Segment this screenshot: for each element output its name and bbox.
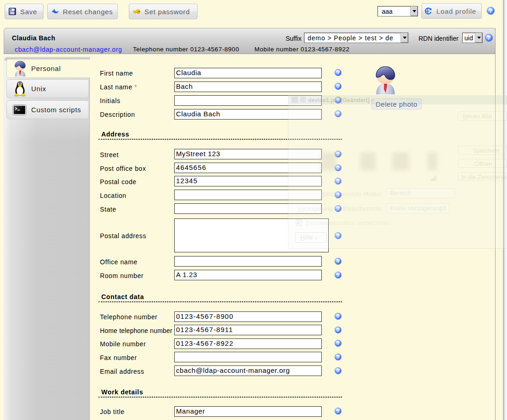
svg-text:?: ? <box>336 408 340 414</box>
svg-text:?: ? <box>336 368 340 373</box>
svg-text:?: ? <box>336 70 340 75</box>
svg-text:?: ? <box>489 7 493 14</box>
svg-text:?: ? <box>336 258 340 264</box>
svg-text:?: ? <box>487 34 491 41</box>
svg-text:?: ? <box>336 354 340 360</box>
svg-text:?: ? <box>336 272 340 278</box>
svg-text:?: ? <box>336 313 340 319</box>
svg-text:?: ? <box>336 327 340 333</box>
svg-text:?: ? <box>336 83 340 89</box>
svg-text:?: ? <box>336 340 340 346</box>
